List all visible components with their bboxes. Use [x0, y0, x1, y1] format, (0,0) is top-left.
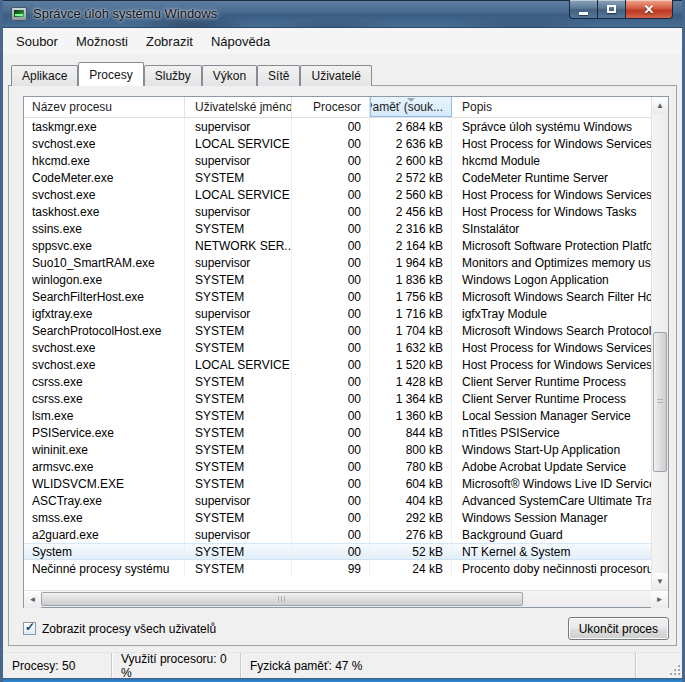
cell-name: smss.exe — [24, 509, 185, 526]
tab-uzivatele[interactable]: Uživatelé — [300, 65, 371, 86]
cell-cpu: 00 — [292, 135, 370, 152]
cell-user: SYSTEM — [185, 544, 292, 559]
cell-desc: Client Server Runtime Process — [452, 373, 651, 390]
column-header-name[interactable]: Název procesu — [24, 97, 185, 117]
show-all-users-option[interactable]: ✓ Zobrazit procesy všech uživatelů — [23, 622, 216, 636]
table-row[interactable]: WLIDSVCM.EXESYSTEM00604 kBMicrosoft® Win… — [24, 475, 651, 492]
close-button[interactable]: ✕ — [626, 0, 673, 19]
table-row[interactable]: SystemSYSTEM0052 kBNT Kernel & System — [24, 543, 651, 560]
scroll-right-icon: ► — [656, 595, 664, 604]
table-row[interactable]: hkcmd.exesupervisor002 600 kBhkcmd Modul… — [24, 152, 651, 169]
table-row[interactable]: svchost.exeLOCAL SERVICE002 636 kBHost P… — [24, 135, 651, 152]
cell-cpu: 00 — [292, 288, 370, 305]
titlebar[interactable]: Správce úloh systému Windows ✕ — [3, 0, 682, 28]
cell-desc: SInstalátor — [452, 220, 651, 237]
cell-desc: Host Process for Windows Services — [452, 339, 651, 356]
table-row[interactable]: ssins.exeSYSTEM002 316 kBSInstalátor — [24, 220, 651, 237]
table-row[interactable]: svchost.exeLOCAL SERVICE001 520 kBHost P… — [24, 356, 651, 373]
cell-desc: Microsoft Software Protection Platform — [452, 237, 651, 254]
column-header-desc[interactable]: Popis — [452, 97, 651, 117]
vertical-scroll-thumb[interactable] — [653, 332, 667, 472]
tab-aplikace[interactable]: Aplikace — [11, 65, 78, 86]
cell-name: System — [24, 544, 185, 559]
minimize-button[interactable] — [569, 0, 598, 19]
table-row[interactable]: PSIService.exeSYSTEM00844 kBnTitles PSIS… — [24, 424, 651, 441]
cell-user: SYSTEM — [185, 509, 292, 526]
end-process-button[interactable]: Ukončit proces — [568, 617, 669, 640]
column-header-cpu[interactable]: Procesor — [292, 97, 370, 117]
cell-cpu: 00 — [292, 203, 370, 220]
cell-cpu: 00 — [292, 441, 370, 458]
horizontal-scrollbar[interactable]: ◄ ► — [24, 590, 668, 607]
column-header-mem[interactable]: Paměť (souk... — [370, 97, 452, 117]
cell-name: hkcmd.exe — [24, 152, 185, 169]
table-row[interactable]: SearchFilterHost.exeSYSTEM001 756 kBMicr… — [24, 288, 651, 305]
table-row[interactable]: ASCTray.exesupervisor00404 kBAdvanced Sy… — [24, 492, 651, 509]
scroll-up-button[interactable]: ▲ — [652, 97, 668, 114]
resize-grip-icon[interactable] — [668, 663, 680, 675]
maximize-button[interactable] — [598, 0, 626, 19]
table-row[interactable]: igfxtray.exesupervisor001 716 kBigfxTray… — [24, 305, 651, 322]
tab-site[interactable]: Sítě — [257, 65, 300, 86]
cell-name: Nečinné procesy systému — [24, 560, 185, 577]
table-row[interactable]: wininit.exeSYSTEM00800 kBWindows Start-U… — [24, 441, 651, 458]
scroll-down-button[interactable]: ▼ — [652, 573, 668, 590]
window-controls: ✕ — [569, 0, 673, 19]
tab-procesy[interactable]: Procesy — [78, 62, 143, 86]
table-row[interactable]: CodeMeter.exeSYSTEM002 572 kBCodeMeter R… — [24, 169, 651, 186]
table-row[interactable]: winlogon.exeSYSTEM001 836 kBWindows Logo… — [24, 271, 651, 288]
horizontal-scroll-thumb[interactable] — [41, 592, 523, 606]
menu-item-moznosti[interactable]: Možnosti — [67, 31, 137, 52]
cell-mem: 2 636 kB — [370, 135, 452, 152]
cell-user: supervisor — [185, 203, 292, 220]
footer-row: ✓ Zobrazit procesy všech uživatelů Ukonč… — [23, 616, 669, 641]
menu-item-zobrazit[interactable]: Zobrazit — [137, 31, 202, 52]
scroll-left-button[interactable]: ◄ — [24, 591, 41, 608]
table-row[interactable]: Suo10_SmartRAM.exesupervisor001 964 kBMo… — [24, 254, 651, 271]
vertical-scroll-track[interactable] — [652, 114, 668, 573]
scroll-up-icon: ▲ — [656, 101, 664, 110]
table-row[interactable]: csrss.exeSYSTEM001 364 kBClient Server R… — [24, 390, 651, 407]
cell-name: sppsvc.exe — [24, 237, 185, 254]
cell-user: supervisor — [185, 492, 292, 509]
table-row[interactable]: a2guard.exesupervisor00276 kBBackground … — [24, 526, 651, 543]
table-row[interactable]: armsvc.exeSYSTEM00780 kBAdobe Acrobat Up… — [24, 458, 651, 475]
cell-user: LOCAL SERVICE — [185, 356, 292, 373]
cell-user: SYSTEM — [185, 475, 292, 492]
cell-mem: 780 kB — [370, 458, 452, 475]
table-row[interactable]: Nečinné procesy systémuSYSTEM9924 kBProc… — [24, 560, 651, 577]
cell-user: SYSTEM — [185, 322, 292, 339]
cell-mem: 2 164 kB — [370, 237, 452, 254]
cell-cpu: 00 — [292, 220, 370, 237]
show-all-users-checkbox[interactable]: ✓ — [23, 622, 36, 635]
cell-name: csrss.exe — [24, 373, 185, 390]
horizontal-scroll-track[interactable] — [41, 591, 651, 607]
cell-user: LOCAL SERVICE — [185, 186, 292, 203]
table-row[interactable]: svchost.exeLOCAL SERVICE002 560 kBHost P… — [24, 186, 651, 203]
table-row[interactable]: lsm.exeSYSTEM001 360 kBLocal Session Man… — [24, 407, 651, 424]
cell-cpu: 00 — [292, 305, 370, 322]
menu-item-soubor[interactable]: Soubor — [7, 31, 67, 52]
cell-user: LOCAL SERVICE — [185, 135, 292, 152]
cell-desc: nTitles PSIService — [452, 424, 651, 441]
table-row[interactable]: svchost.exeSYSTEM001 632 kBHost Process … — [24, 339, 651, 356]
cell-desc: NT Kernel & System — [452, 544, 651, 559]
cell-cpu: 00 — [292, 544, 370, 559]
table-row[interactable]: taskhost.exesupervisor002 456 kBHost Pro… — [24, 203, 651, 220]
scroll-right-button[interactable]: ► — [651, 591, 668, 608]
vertical-scrollbar[interactable]: ▲ ▼ — [651, 97, 668, 590]
cell-desc: Správce úloh systému Windows — [452, 118, 651, 135]
table-row[interactable]: sppsvc.exeNETWORK SER...002 164 kBMicros… — [24, 237, 651, 254]
table-row[interactable]: SearchProtocolHost.exeSYSTEM001 704 kBMi… — [24, 322, 651, 339]
table-row[interactable]: smss.exeSYSTEM00292 kBWindows Session Ma… — [24, 509, 651, 526]
tab-vykon[interactable]: Výkon — [202, 65, 257, 86]
column-header-user[interactable]: Uživatelské jméno — [185, 97, 292, 117]
cell-name: csrss.exe — [24, 390, 185, 407]
table-row[interactable]: csrss.exeSYSTEM001 428 kBClient Server R… — [24, 373, 651, 390]
cell-desc: Microsoft Windows Search Filter Host — [452, 288, 651, 305]
tab-sluzby[interactable]: Služby — [144, 65, 202, 86]
menu-item-napoveda[interactable]: Nápověda — [202, 31, 279, 52]
cell-desc: hkcmd Module — [452, 152, 651, 169]
table-row[interactable]: taskmgr.exesupervisor002 684 kBSprávce ú… — [24, 118, 651, 135]
cell-user: supervisor — [185, 118, 292, 135]
